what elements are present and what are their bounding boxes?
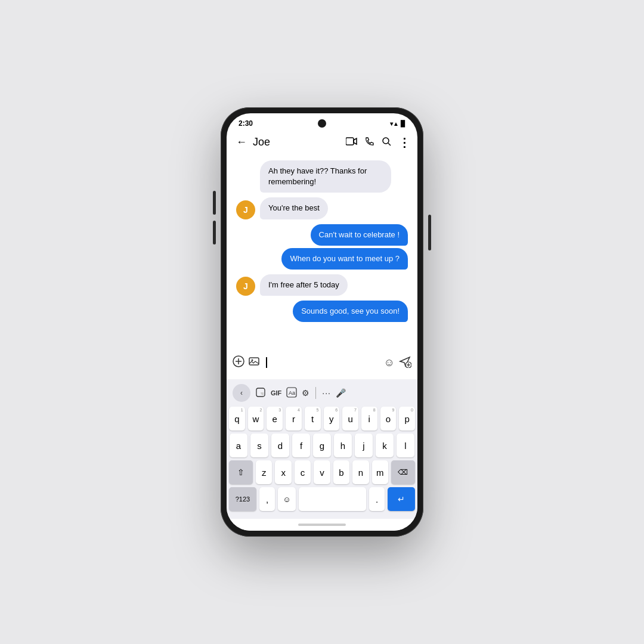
gif-button[interactable]: GIF	[271, 389, 281, 397]
key-g[interactable]: g	[313, 434, 331, 457]
wifi-icon: ▉	[401, 120, 405, 127]
key-y[interactable]: y6	[324, 407, 340, 431]
svg-point-7	[252, 359, 253, 361]
key-w[interactable]: w2	[248, 407, 264, 431]
media-icon[interactable]	[248, 355, 260, 370]
svg-point-1	[383, 138, 389, 144]
key-c[interactable]: c	[295, 460, 311, 484]
svg-rect-6	[249, 358, 259, 365]
svg-line-2	[388, 143, 391, 145]
message-input[interactable]	[264, 352, 380, 373]
input-area: ☺	[227, 347, 417, 379]
message-bubble: Can't wait to celebrate !	[311, 224, 408, 246]
cursor	[266, 357, 267, 368]
key-k[interactable]: k	[376, 434, 394, 457]
chat-area: Ah they have it?? Thanks for remembering…	[227, 156, 417, 347]
status-icons: ▾▲ ▉	[390, 120, 405, 127]
status-time: 2:30	[239, 119, 253, 128]
key-z[interactable]: z	[256, 460, 272, 484]
keyboard: ‹ GIF Aa ⚙ ··· 🎤	[227, 379, 417, 519]
keyboard-toolbar: ‹ GIF Aa ⚙ ··· 🎤	[229, 382, 415, 404]
settings-icon[interactable]: ⚙	[302, 388, 309, 398]
message-bubble: You're the best	[260, 197, 328, 219]
bubble-group: Can't wait to celebrate ! When do you wa…	[281, 224, 408, 270]
enter-key[interactable]: ↵	[388, 487, 415, 511]
phone-device: 2:30 ▾▲ ▉ ← Joe	[221, 107, 423, 537]
key-v[interactable]: v	[314, 460, 330, 484]
phone-call-icon[interactable]	[365, 137, 374, 148]
key-b[interactable]: b	[333, 460, 349, 484]
key-m[interactable]: m	[372, 460, 388, 484]
key-h[interactable]: h	[334, 434, 352, 457]
key-f[interactable]: f	[292, 434, 310, 457]
home-indicator	[227, 519, 417, 531]
message-row: J I'm free after 5 today	[236, 274, 408, 296]
phone-screen: 2:30 ▾▲ ▉ ← Joe	[227, 113, 417, 531]
keyboard-row-3: ⇧ z x c v b n m ⌫	[229, 460, 415, 484]
svg-text:Aa: Aa	[289, 390, 295, 396]
key-j[interactable]: j	[355, 434, 373, 457]
search-icon[interactable]	[382, 137, 391, 148]
key-l[interactable]: l	[397, 434, 414, 457]
sticker-icon[interactable]	[255, 387, 266, 400]
toolbar-divider	[315, 387, 316, 399]
key-p[interactable]: p0	[399, 407, 415, 431]
message-bubble: Ah they have it?? Thanks for remembering…	[260, 160, 391, 193]
camera-notch	[318, 119, 326, 128]
message-bubble: I'm free after 5 today	[260, 274, 348, 296]
key-r[interactable]: r4	[286, 407, 302, 431]
bubble-group: I'm free after 5 today	[260, 274, 348, 296]
video-call-icon[interactable]	[346, 137, 358, 148]
key-n[interactable]: n	[352, 460, 369, 484]
message-row: Can't wait to celebrate ! When do you wa…	[236, 224, 408, 270]
key-x[interactable]: x	[275, 460, 291, 484]
avatar: J	[236, 200, 255, 219]
key-a[interactable]: a	[230, 434, 247, 457]
key-o[interactable]: o9	[380, 407, 397, 431]
translate-icon[interactable]: Aa	[286, 387, 297, 400]
key-u[interactable]: u7	[342, 407, 358, 431]
avatar: J	[236, 277, 255, 296]
key-period[interactable]: .	[369, 487, 385, 511]
app-bar-icons: ⋮	[346, 135, 410, 150]
svg-rect-0	[346, 138, 354, 145]
key-d[interactable]: d	[271, 434, 289, 457]
home-bar	[298, 524, 346, 526]
emoji-icon[interactable]: ☺	[384, 357, 395, 369]
key-comma[interactable]: ,	[259, 487, 275, 511]
shift-key[interactable]: ⇧	[229, 460, 253, 484]
bubble-group: You're the best	[260, 197, 328, 219]
mic-icon[interactable]: 🎤	[336, 388, 346, 398]
add-attachment-icon[interactable]	[233, 355, 244, 370]
space-key[interactable]	[299, 487, 366, 511]
symbols-key[interactable]: ?123	[229, 487, 256, 511]
signal-icon: ▾▲	[390, 120, 399, 127]
backspace-key[interactable]: ⌫	[391, 460, 415, 484]
contact-name: Joe	[253, 136, 342, 148]
key-i[interactable]: i8	[361, 407, 377, 431]
key-emoji[interactable]: ☺	[278, 487, 296, 511]
bubble-group: Sounds good, see you soon!	[293, 301, 408, 322]
keyboard-row-2: a s d f g h j k l	[229, 434, 415, 457]
back-button[interactable]: ←	[234, 134, 249, 151]
more-icon[interactable]: ···	[322, 388, 331, 398]
bubble-group: Ah they have it?? Thanks for remembering…	[260, 160, 391, 193]
keyboard-back-button[interactable]: ‹	[233, 384, 250, 402]
key-s[interactable]: s	[250, 434, 268, 457]
message-bubble: When do you want to meet up ?	[281, 248, 408, 270]
message-row: Ah they have it?? Thanks for remembering…	[236, 160, 408, 193]
keyboard-row-1: q1 w2 e3 r4 t5 y6 u7 i8 o9 p0	[229, 407, 415, 431]
key-t[interactable]: t5	[305, 407, 321, 431]
key-e[interactable]: e3	[267, 407, 283, 431]
more-options-icon[interactable]: ⋮	[398, 135, 410, 150]
message-row: Sounds good, see you soon!	[236, 301, 408, 322]
send-icon[interactable]	[398, 355, 411, 371]
input-row: ☺	[233, 352, 411, 373]
message-bubble: Sounds good, see you soon!	[293, 301, 408, 322]
key-q[interactable]: q1	[229, 407, 245, 431]
keyboard-row-4: ?123 , ☺ . ↵	[229, 487, 415, 511]
app-bar: ← Joe	[227, 130, 417, 156]
message-row: J You're the best	[236, 197, 408, 219]
